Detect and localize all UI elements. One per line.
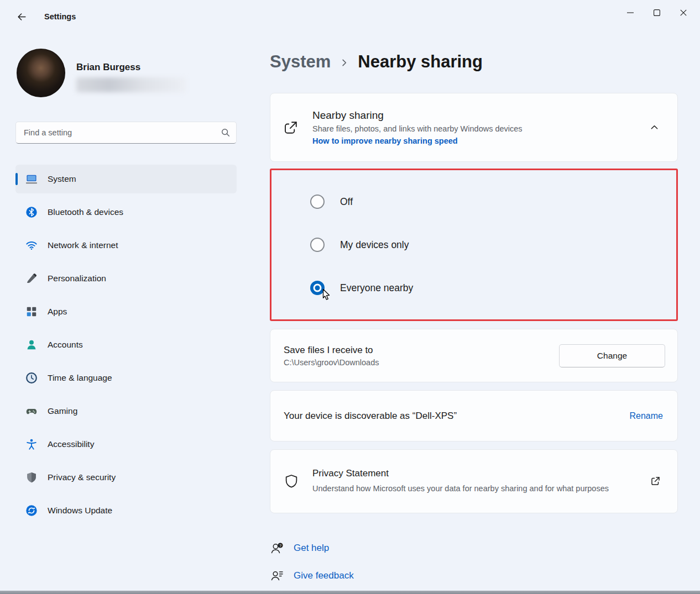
app-title: Settings	[44, 12, 76, 21]
privacy-security-icon	[25, 471, 38, 483]
sidebar-item-personalization[interactable]: Personalization	[15, 264, 237, 293]
radio-label: Off	[340, 196, 353, 208]
privacy-statement-card[interactable]: Privacy Statement Understand how Microso…	[270, 449, 678, 513]
sidebar-item-label: Network & internet	[48, 240, 118, 250]
footer-links: ? Get help Give feedback	[270, 539, 678, 585]
maximize-icon	[654, 9, 660, 16]
minimize-icon	[627, 9, 634, 16]
sidebar-item-label: Gaming	[48, 406, 77, 416]
settings-window: Settings Brian Burgess	[0, 0, 700, 594]
system-icon	[25, 173, 38, 185]
radio-button-everyone-nearby[interactable]	[310, 281, 325, 295]
privacy-statement-description: Understand how Microsoft uses your data …	[312, 482, 636, 495]
sidebar-item-label: Accessibility	[48, 439, 94, 449]
breadcrumb-parent[interactable]: System	[270, 52, 331, 72]
sidebar-item-system[interactable]: System	[15, 165, 237, 193]
sidebar-item-bluetooth-devices[interactable]: Bluetooth & devices	[15, 198, 237, 227]
bluetooth-icon	[25, 206, 38, 218]
back-arrow-icon	[17, 12, 27, 22]
apps-icon	[25, 306, 38, 318]
avatar[interactable]	[17, 49, 65, 97]
close-icon	[680, 9, 687, 16]
network-icon	[25, 239, 38, 251]
external-link-icon[interactable]	[646, 472, 664, 490]
give-feedback-icon	[270, 569, 284, 583]
sharing-options-annotation-box: Off My devices only Everyone nearby	[270, 169, 678, 321]
sidebar-item-label: Apps	[48, 307, 67, 317]
save-files-label: Save files I receive to	[284, 345, 559, 356]
sidebar-item-windows-update[interactable]: Windows Update	[15, 496, 237, 525]
radio-button-my-devices-only[interactable]	[310, 238, 325, 252]
radio-option-my-devices-only[interactable]: My devices only	[310, 233, 676, 256]
breadcrumb-chevron-icon	[340, 59, 348, 67]
breadcrumb: System Nearby sharing	[270, 51, 678, 73]
sidebar-item-network-internet[interactable]: Network & internet	[15, 231, 237, 260]
sidebar-item-label: Privacy & security	[48, 472, 116, 482]
minimize-button[interactable]	[617, 0, 644, 25]
give-feedback-label: Give feedback	[294, 570, 354, 581]
window-bottom-edge	[0, 591, 700, 594]
personalization-icon	[25, 272, 38, 285]
sidebar-item-label: Bluetooth & devices	[48, 207, 123, 217]
user-email-redacted	[76, 77, 186, 92]
sidebar-item-label: Windows Update	[48, 506, 112, 516]
page-title: Nearby sharing	[358, 52, 483, 72]
privacy-statement-text: Privacy Statement Understand how Microso…	[312, 468, 636, 495]
time-language-icon	[25, 372, 38, 384]
save-files-text: Save files I receive to C:\Users\groov\D…	[284, 345, 559, 367]
user-name: Brian Burgess	[76, 62, 140, 73]
radio-label: My devices only	[340, 239, 409, 251]
rename-link[interactable]: Rename	[630, 411, 663, 421]
nearby-sharing-title: Nearby sharing	[312, 109, 643, 122]
save-files-path: C:\Users\groov\Downloads	[284, 358, 559, 367]
titlebar: Settings	[0, 0, 700, 33]
svg-text:?: ?	[279, 543, 281, 548]
sidebar-nav: System Bluetooth & devices Network & int…	[15, 165, 237, 529]
radio-button-off[interactable]	[310, 195, 325, 209]
sidebar-item-label: Personalization	[48, 274, 106, 283]
sidebar-item-label: System	[48, 174, 76, 184]
nearby-sharing-card[interactable]: Nearby sharing Share files, photos, and …	[270, 93, 678, 162]
gaming-icon	[25, 405, 38, 417]
sidebar-item-label: Accounts	[48, 340, 83, 350]
privacy-statement-title: Privacy Statement	[312, 468, 636, 479]
maximize-button[interactable]	[644, 0, 670, 25]
sidebar-item-accessibility[interactable]: Accessibility	[15, 430, 237, 459]
sidebar: Brian Burgess System Bluetooth & devices	[0, 33, 253, 594]
accounts-icon	[25, 339, 38, 351]
radio-option-everyone-nearby[interactable]: Everyone nearby	[310, 276, 676, 299]
main-content: System Nearby sharing Nearby sharing Sha…	[253, 33, 700, 594]
radio-label: Everyone nearby	[340, 282, 413, 294]
search-box	[15, 122, 237, 144]
window-controls	[617, 0, 697, 25]
get-help-label: Get help	[294, 543, 329, 554]
nearby-sharing-description: Share files, photos, and links with near…	[312, 124, 643, 133]
sidebar-item-accounts[interactable]: Accounts	[15, 330, 237, 359]
accessibility-icon	[25, 438, 38, 450]
get-help-icon: ?	[270, 541, 284, 555]
give-feedback-link[interactable]: Give feedback	[270, 566, 354, 585]
save-files-card: Save files I receive to C:\Users\groov\D…	[270, 329, 678, 382]
get-help-link[interactable]: ? Get help	[270, 539, 329, 558]
collapse-expander-button[interactable]	[643, 118, 665, 138]
back-button[interactable]	[11, 7, 32, 26]
discoverable-card: Your device is discoverable as “Dell-XPS…	[270, 390, 678, 441]
sidebar-item-label: Time & language	[48, 373, 112, 383]
sidebar-item-apps[interactable]: Apps	[15, 297, 237, 326]
sidebar-item-privacy-security[interactable]: Privacy & security	[15, 463, 237, 492]
radio-option-off[interactable]: Off	[310, 190, 676, 213]
change-button[interactable]: Change	[559, 344, 665, 367]
sidebar-item-gaming[interactable]: Gaming	[15, 397, 237, 425]
search-input[interactable]	[15, 122, 237, 144]
shield-outline-icon	[284, 474, 299, 489]
close-button[interactable]	[670, 0, 697, 25]
chevron-up-icon	[650, 123, 659, 132]
discoverable-text: Your device is discoverable as “Dell-XPS…	[284, 411, 630, 422]
selected-accent-bar	[15, 173, 18, 185]
windows-update-icon	[25, 504, 38, 517]
improve-speed-link[interactable]: How to improve nearby sharing speed	[312, 136, 458, 145]
share-icon	[283, 119, 299, 136]
sidebar-item-time-language[interactable]: Time & language	[15, 364, 237, 392]
nearby-sharing-text: Nearby sharing Share files, photos, and …	[312, 109, 643, 146]
